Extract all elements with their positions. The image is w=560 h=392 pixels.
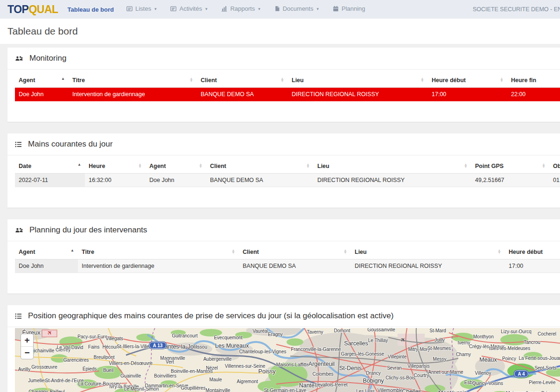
map-place-label: Clichy-ss-Bois bbox=[385, 375, 415, 380]
column-header[interactable]: Lieu▲▼ bbox=[288, 73, 428, 88]
nav-item-planning[interactable]: Planning bbox=[333, 5, 365, 12]
card-title: Mains courantes du jour bbox=[28, 140, 112, 149]
column-header[interactable]: Titre▲▼ bbox=[69, 73, 197, 88]
column-header[interactable]: Lieu▲▼ bbox=[351, 245, 505, 259]
column-header[interactable]: Date▲ bbox=[15, 159, 85, 174]
column-label: Ob bbox=[553, 163, 560, 169]
map-place-label: Maisons-Laffitte bbox=[276, 362, 309, 367]
column-label: Agent bbox=[149, 163, 166, 169]
card-mains-courantes-header: Mains courantes du jour bbox=[7, 133, 560, 155]
map-place-label: Les Mureaux bbox=[215, 343, 249, 349]
nav-item-label: Listes bbox=[135, 5, 151, 12]
map-place-label: Jumelles bbox=[28, 378, 46, 383]
nav-item-documents[interactable]: Documents▾ bbox=[274, 5, 319, 12]
map-place-label: Le Val-David bbox=[57, 345, 84, 350]
mains-courantes-table: Date▲Heure▲▼Agent▲▼Client▲▼Lieu▲▼Point G… bbox=[15, 159, 560, 187]
map-place-label: Juilly bbox=[434, 337, 445, 343]
map-place-label: Poissy bbox=[259, 368, 276, 375]
map-place-label: Villeparisis bbox=[407, 364, 430, 369]
card-monitoring-header: Monitoring bbox=[7, 48, 560, 70]
map-place-label: Épieds bbox=[83, 366, 97, 371]
column-header[interactable]: Point GPS▲▼ bbox=[471, 159, 549, 174]
map-place-label: St-Denis bbox=[339, 365, 362, 371]
table-row[interactable]: Doe JohnIntervention de gardiennageBANQU… bbox=[15, 88, 560, 101]
column-header[interactable]: Heure▲▼ bbox=[85, 159, 146, 174]
sort-icon: ▲▼ bbox=[464, 163, 468, 168]
map-place-label: Grossœuvre bbox=[31, 364, 57, 370]
map-place-label: Annet-sur-Marne bbox=[428, 370, 463, 375]
list-alt-icon bbox=[126, 6, 133, 12]
table-cell: 01 bbox=[549, 174, 560, 187]
column-header[interactable]: Ob bbox=[549, 159, 560, 174]
table-cell: Intervention de gardiennage bbox=[78, 259, 239, 273]
nav-item-listes[interactable]: Listes▾ bbox=[126, 5, 157, 12]
map-place-label: Les Lilas bbox=[356, 389, 374, 392]
column-header[interactable]: Client▲▼ bbox=[206, 159, 314, 174]
column-header[interactable]: Client▲▼ bbox=[239, 245, 351, 259]
map-place-label: Chelles bbox=[402, 388, 421, 392]
map-place-label: Pierre-Levée bbox=[529, 380, 555, 385]
card-mains-courantes: Mains courantes du jour Date▲Heure▲▼Agen… bbox=[7, 133, 560, 208]
column-label: Date bbox=[19, 163, 31, 169]
card-geolocation: Position geographique des mains courante… bbox=[7, 305, 560, 392]
map-place-label: Sept-Sorts bbox=[534, 365, 556, 371]
table-cell: 16:32:00 bbox=[85, 174, 146, 187]
column-label: Lieu bbox=[317, 163, 329, 169]
map-place-label: La Ferté-sous-Jouarre bbox=[519, 356, 560, 361]
map-place-label: Mitry-Mory bbox=[408, 347, 430, 352]
table-cell: 22:00 bbox=[507, 88, 560, 101]
tasks-icon bbox=[170, 6, 176, 12]
table-cell: BANQUE DEMO SA bbox=[239, 259, 351, 273]
chevron-down-icon: ▾ bbox=[316, 7, 319, 11]
map[interactable]: ✈ ✈ + − ÉvreuxCierreyGuichainvilleLe Val… bbox=[15, 328, 560, 392]
map-place-label: Issou bbox=[196, 344, 207, 350]
table-cell: 49,2.51667 bbox=[471, 174, 549, 187]
users-icon bbox=[15, 56, 23, 62]
map-place-label: Charny bbox=[456, 352, 471, 357]
table-header-row: Agent▲Titre▲▼Client▲▼Lieu▲▼Heure début▲▼ bbox=[15, 245, 560, 259]
card-planning: Planning du jour des intervenants Agent▲… bbox=[7, 219, 560, 294]
card-planning-header: Planning du jour des intervenants bbox=[7, 219, 560, 241]
map-place-label: Vauréal bbox=[252, 329, 268, 334]
map-zoom-control: + − bbox=[21, 334, 34, 359]
topqual-logo[interactable]: TOPQUAL bbox=[7, 4, 58, 15]
sort-icon: ▲▼ bbox=[199, 163, 203, 168]
map-place-label: Guitrancourt bbox=[172, 333, 197, 338]
column-header[interactable]: Heure début▲▼ bbox=[428, 73, 507, 88]
bar-chart-icon bbox=[221, 6, 227, 12]
motorway-shield: A 13 bbox=[149, 342, 167, 349]
nav-item-tableau-de-bord[interactable]: Tableau de bord bbox=[68, 6, 114, 13]
column-header[interactable]: Heure fin▲▼ bbox=[507, 73, 560, 88]
table-cell: Doe John bbox=[146, 174, 206, 187]
nav-item-label: Documents bbox=[283, 5, 314, 12]
zoom-out-button[interactable]: − bbox=[21, 347, 33, 359]
planning-table: Agent▲Titre▲▼Client▲▼Lieu▲▼Heure début▲▼… bbox=[15, 245, 560, 273]
column-label: Heure bbox=[89, 163, 105, 169]
table-cell: 2022-07-11 bbox=[15, 174, 85, 187]
column-header[interactable]: Heure début▲▼ bbox=[505, 245, 560, 259]
map-place-label: Drancy bbox=[366, 371, 381, 376]
nav-item-rapports[interactable]: Rapports▾ bbox=[221, 5, 260, 12]
users-icon bbox=[15, 227, 23, 233]
nav-item-activites[interactable]: Activités▾ bbox=[170, 5, 207, 12]
account-company-label[interactable]: SOCIETE SECURITE DEMO - ENVIRONNE bbox=[473, 6, 560, 13]
table-cell: Doe John bbox=[15, 88, 69, 101]
column-header[interactable]: Client▲▼ bbox=[197, 73, 288, 88]
table-row[interactable]: Doe JohnIntervention de gardiennageBANQU… bbox=[15, 259, 560, 273]
map-place-label: Montainville bbox=[206, 388, 231, 392]
motorway-shield: A 4 bbox=[514, 371, 528, 378]
card-planning-body: Agent▲Titre▲▼Client▲▼Lieu▲▼Heure début▲▼… bbox=[7, 241, 560, 294]
page-header: Tableau de bord bbox=[0, 19, 560, 44]
column-header[interactable]: Agent▲ bbox=[15, 245, 78, 259]
column-header[interactable]: Agent▲▼ bbox=[146, 159, 206, 174]
column-header[interactable]: Agent▲ bbox=[15, 73, 69, 88]
logo-part-qual: QUAL bbox=[28, 3, 58, 15]
map-place-label: Tancrou bbox=[524, 340, 540, 345]
logo-part-top: TOP bbox=[7, 3, 28, 15]
column-header[interactable]: Titre▲▼ bbox=[78, 245, 239, 259]
map-place-label: Messy bbox=[433, 357, 447, 362]
map-place-label: Poincy bbox=[502, 356, 516, 361]
column-header[interactable]: Lieu▲▼ bbox=[314, 159, 471, 174]
zoom-in-button[interactable]: + bbox=[21, 334, 33, 347]
table-row[interactable]: 2022-07-1116:32:00Doe JohnBANQUE DEMO SA… bbox=[15, 174, 560, 187]
